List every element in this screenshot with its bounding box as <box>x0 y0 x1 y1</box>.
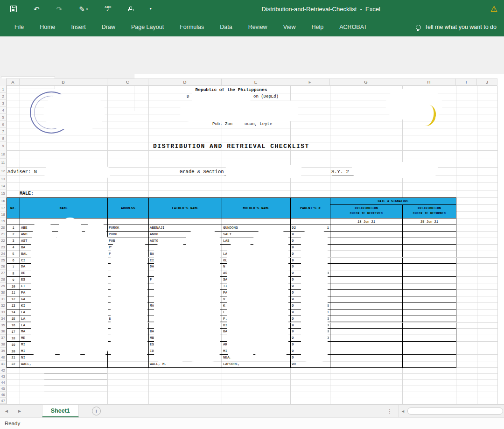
ribbon-tab-acrobat[interactable]: ACROBAT <box>331 18 375 36</box>
cell-no[interactable]: 1 <box>7 225 20 232</box>
tell-me-box[interactable]: Tell me what you want to do <box>416 24 497 30</box>
row-header-23[interactable]: 23 <box>0 244 7 251</box>
date-row-cell[interactable] <box>291 218 330 225</box>
add-sheet-button[interactable]: + <box>92 407 101 415</box>
cell-address[interactable]: PUROK <box>108 225 149 232</box>
column-header-C[interactable]: C <box>107 78 148 86</box>
row-header-19[interactable]: 19 <box>0 218 7 225</box>
save-icon[interactable] <box>10 6 17 12</box>
column-header-E[interactable]: E <box>222 78 290 86</box>
ribbon-tab-insert[interactable]: Insert <box>63 18 94 36</box>
cell-received-signature[interactable] <box>330 296 403 303</box>
scroll-left-icon[interactable]: ◄ <box>399 409 407 414</box>
cell-returned-signature[interactable] <box>403 251 456 258</box>
cell-no[interactable]: 13 <box>7 303 20 309</box>
cell-no[interactable]: 3 <box>7 238 20 245</box>
cell-returned-signature[interactable] <box>403 348 456 355</box>
cell-returned-signature[interactable] <box>403 258 456 264</box>
row-header-12[interactable]: 12 <box>0 167 7 176</box>
header-address[interactable]: ADDRESS <box>108 198 149 218</box>
row-header-41[interactable]: 41 <box>0 361 7 367</box>
ribbon-tab-file[interactable]: File <box>7 18 32 36</box>
header-no[interactable]: No. <box>7 198 20 218</box>
column-header-G[interactable]: G <box>330 78 402 86</box>
row-header-24[interactable]: 24 <box>0 251 7 257</box>
ink-pen-icon[interactable]: ✎▾ <box>79 6 88 13</box>
row-header-40[interactable]: 40 <box>0 354 7 361</box>
row-header-33[interactable]: 33 <box>0 309 7 316</box>
cell-returned-signature[interactable] <box>403 361 456 368</box>
sheet-nav-left-icon[interactable]: ◄ <box>0 408 13 414</box>
row-header-5[interactable]: 5 <box>0 114 7 121</box>
row-header-9[interactable]: 9 <box>0 142 7 150</box>
cell-no[interactable]: 11 <box>7 290 20 296</box>
row-header-28[interactable]: 28 <box>0 276 7 283</box>
cell-address[interactable]: PURO <box>108 232 149 238</box>
cell-no[interactable]: 15 <box>7 316 20 323</box>
undo-icon[interactable]: ↶ <box>34 6 40 13</box>
row-header-14[interactable]: 14 <box>0 183 7 190</box>
row-header-7[interactable]: 7 <box>0 128 7 135</box>
date-row-cell[interactable] <box>7 218 20 225</box>
ribbon-tab-home[interactable]: Home <box>32 18 63 36</box>
row-header-11[interactable]: 11 <box>0 159 7 167</box>
header-mother[interactable]: MOTHER'S NAME <box>222 198 291 218</box>
cell-no[interactable]: 17 <box>7 329 20 335</box>
row-header-18[interactable]: 18 <box>0 211 7 218</box>
header-father[interactable]: FATHER'S NAME <box>149 198 222 218</box>
cell-name[interactable]: WAEL, <box>20 361 108 368</box>
row-header-32[interactable]: 32 <box>0 302 7 309</box>
cell-received-signature[interactable] <box>330 348 403 355</box>
row-header-44[interactable]: 44 <box>0 380 7 386</box>
cell-no[interactable]: 19 <box>7 342 20 348</box>
cell-no[interactable]: 10 <box>7 283 20 290</box>
row-header-8[interactable]: 8 <box>0 135 7 142</box>
cell-received-signature[interactable] <box>330 361 403 368</box>
spellcheck-icon[interactable]: ABC✓ <box>105 6 112 12</box>
select-all-corner[interactable] <box>0 78 7 86</box>
row-header-39[interactable]: 39 <box>0 348 7 354</box>
cell-no[interactable]: 18 <box>7 335 20 342</box>
ribbon-tab-help[interactable]: Help <box>304 18 332 36</box>
date-row-cell[interactable] <box>149 218 222 225</box>
cell-no[interactable]: 16 <box>7 323 20 329</box>
cell-returned-signature[interactable] <box>403 329 456 335</box>
cell-no[interactable]: 20 <box>7 348 20 355</box>
cell-returned-signature[interactable] <box>403 335 456 342</box>
row-header-46[interactable]: 46 <box>0 392 7 398</box>
column-header-B[interactable]: B <box>20 78 107 86</box>
column-header-I[interactable]: I <box>456 78 477 86</box>
row-header-29[interactable]: 29 <box>0 283 7 289</box>
ribbon-tab-view[interactable]: View <box>275 18 304 36</box>
cell-received-signature[interactable] <box>330 283 403 290</box>
row-header-37[interactable]: 37 <box>0 335 7 341</box>
cell-returned-signature[interactable] <box>403 277 456 283</box>
cell-received-signature[interactable] <box>330 270 403 277</box>
cell-address[interactable] <box>108 361 149 368</box>
cell-returned-signature[interactable] <box>403 355 456 361</box>
cell-received-signature[interactable] <box>330 355 403 361</box>
cell-returned-signature[interactable] <box>403 309 456 316</box>
cell-no[interactable]: 8 <box>7 270 20 277</box>
row-header-42[interactable]: 42 <box>0 367 7 373</box>
cell-returned-signature[interactable] <box>403 238 456 245</box>
cell-no[interactable]: 21 <box>7 355 20 361</box>
ribbon-tab-draw[interactable]: Draw <box>94 18 123 36</box>
column-header-F[interactable]: F <box>290 78 330 86</box>
cell-received-signature[interactable] <box>330 329 403 335</box>
row-header-1[interactable]: 1 <box>0 86 7 93</box>
cell-received-signature[interactable] <box>330 251 403 258</box>
cell-received-signature[interactable] <box>330 238 403 245</box>
cell-received-signature[interactable] <box>330 245 403 251</box>
date-row-cell[interactable]: 25-Jun-21 <box>403 218 456 225</box>
cell-returned-signature[interactable] <box>403 264 456 270</box>
cell-received-signature[interactable] <box>330 316 403 323</box>
row-header-6[interactable]: 6 <box>0 121 7 128</box>
row-header-21[interactable]: 21 <box>0 231 7 238</box>
row-header-27[interactable]: 27 <box>0 270 7 276</box>
header-name[interactable]: NAME <box>20 198 108 218</box>
row-header-38[interactable]: 38 <box>0 341 7 348</box>
cell-received-signature[interactable] <box>330 323 403 329</box>
cell-returned-signature[interactable] <box>403 245 456 251</box>
row-header-3[interactable]: 3 <box>0 100 7 107</box>
